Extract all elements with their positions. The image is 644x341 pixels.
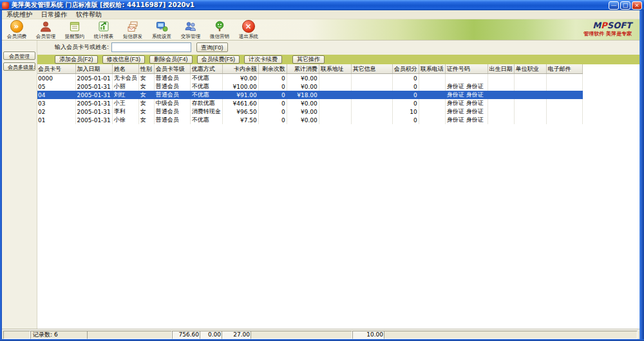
table-cell: 0 — [392, 116, 419, 124]
column-header[interactable]: 出生日期 — [488, 65, 514, 74]
title-bar: 美萍美发管理系统 门店标准版 [授权给: 44116987] 2020v1 — … — [0, 0, 644, 10]
toolbar-item-6[interactable]: 系统设置 — [147, 19, 176, 40]
table-cell: 刘红 — [112, 91, 138, 99]
status-bar: 记录数: 6756.600.0027.0010.00 — [2, 329, 639, 339]
shift-manage-icon — [184, 20, 197, 33]
table-cell: 2005-01-01 — [75, 74, 112, 83]
table-cell: 2005-01-31 — [75, 116, 112, 124]
column-header[interactable]: 累计消费 — [287, 65, 319, 74]
column-header[interactable]: 证件号码 — [445, 65, 488, 74]
close-button[interactable]: × — [632, 1, 642, 10]
search-row: 输入会员卡号或姓名: 查询(F0) — [37, 40, 639, 55]
table-cell: ¥461.60 — [222, 99, 258, 107]
toolbar-item-label: 交班管理 — [180, 33, 200, 39]
toolbar-item-7[interactable]: 交班管理 — [176, 19, 205, 40]
table-cell — [319, 107, 351, 116]
table-cell: 10 — [392, 107, 419, 116]
column-header[interactable]: 卡内余额 — [222, 65, 258, 74]
toolbar-item-3[interactable]: 提醒预约 — [60, 19, 89, 40]
column-header[interactable]: 会员卡等级 — [154, 65, 190, 74]
table-row[interactable]: 022005-01-31李利女普通会员消费转现金¥96.500¥9.0010身份… — [37, 107, 582, 116]
toolbar-item-4[interactable]: 统计报表 — [89, 19, 118, 40]
column-header[interactable]: 联系地址 — [319, 65, 351, 74]
maximize-button[interactable]: □ — [620, 1, 630, 10]
status-panel-blank-8 — [384, 331, 638, 339]
mpsoft-logo: MPSOFT — [583, 21, 632, 30]
toolbar-item-label: 会员消费 — [6, 33, 26, 39]
table-cell: 女 — [138, 91, 154, 99]
action-button-6[interactable]: 其它操作 — [292, 55, 325, 64]
column-header[interactable]: 优惠方式 — [190, 65, 222, 74]
table-cell: 0 — [258, 107, 287, 116]
column-header[interactable]: 单位职业 — [514, 65, 546, 74]
search-label: 输入会员卡号或姓名: — [55, 43, 109, 51]
table-cell — [514, 91, 546, 99]
table-cell — [419, 74, 445, 83]
toolbar-item-label: 会员管理 — [35, 33, 55, 39]
toolbar-item-5[interactable]: 短信群发 — [118, 19, 147, 40]
table-cell — [488, 116, 514, 124]
action-button-2[interactable]: 修改信息(F3) — [102, 55, 146, 64]
sidebar-button-1[interactable]: 会员管理 — [3, 51, 35, 60]
column-header[interactable]: 其它信息 — [351, 65, 392, 74]
action-button-5[interactable]: 计次卡续费 — [244, 55, 282, 64]
column-header[interactable]: 会员积分 — [392, 65, 419, 74]
menu-item-1[interactable]: 系统维护 — [2, 10, 37, 19]
column-header[interactable]: 电子邮件 — [546, 65, 582, 74]
action-bar: 添加会员(F2)修改信息(F3)删除会员(F4)会员续费(F5)计次卡续费其它操… — [37, 55, 639, 64]
toolbar: »会员消费会员管理提醒预约统计报表短信群发系统设置交班管理微信营销×退出系统 M… — [2, 19, 639, 41]
table-cell: 2005-01-31 — [75, 107, 112, 116]
table-row[interactable]: 00002005-01-01无卡会员女普通会员不优惠¥0.000¥0.000 — [37, 74, 582, 83]
column-header[interactable]: 加入日期 — [75, 65, 112, 74]
minimize-button[interactable]: — — [609, 1, 619, 10]
table-cell — [514, 74, 546, 83]
exit-system-icon: × — [242, 20, 255, 33]
table-cell — [351, 91, 392, 99]
table-row[interactable]: 042005-01-31刘红女普通会员不优惠¥91.000¥18.000身份证 … — [37, 91, 582, 99]
table-cell: 普通会员 — [154, 107, 190, 116]
table-cell: 不优惠 — [190, 74, 222, 83]
table-cell — [351, 107, 392, 116]
brand-slogan: 管理软件 美萍是专家 — [583, 30, 632, 37]
table-cell — [351, 74, 392, 83]
column-header[interactable]: 会员卡号 — [37, 65, 75, 74]
table-cell — [488, 107, 514, 116]
toolbar-item-1[interactable]: »会员消费 — [2, 19, 31, 40]
action-button-4[interactable]: 会员续费(F5) — [197, 55, 240, 64]
action-button-1[interactable]: 添加会员(F2) — [55, 55, 98, 64]
table-cell: 无卡会员 — [112, 74, 138, 83]
toolbar-item-9[interactable]: ×退出系统 — [234, 19, 263, 40]
table-cell: 身份证 身份证 — [445, 82, 488, 91]
table-row[interactable]: 032005-01-31小王女中级会员存款优惠¥461.600¥0.000身份证… — [37, 99, 582, 107]
table-cell — [419, 99, 445, 107]
table-cell — [319, 99, 351, 107]
column-header[interactable]: 姓名 — [112, 65, 138, 74]
toolbar-item-8[interactable]: 微信营销 — [205, 19, 234, 40]
table-cell: 04 — [37, 91, 75, 99]
table-cell: 03 — [37, 99, 75, 107]
toolbar-item-label: 微信营销 — [209, 33, 229, 39]
table-cell — [488, 91, 514, 99]
menu-item-2[interactable]: 日常操作 — [37, 10, 71, 19]
status-panel-blank-0 — [3, 331, 30, 339]
query-button[interactable]: 查询(F0) — [196, 42, 228, 52]
table-cell: 05 — [37, 82, 75, 91]
toolbar-item-label: 短信群发 — [122, 33, 142, 39]
column-header[interactable]: 性别 — [138, 65, 154, 74]
table-row[interactable]: 052005-01-31小丽女普通会员不优惠¥100.000¥0.000身份证 … — [37, 82, 582, 91]
menu-item-3[interactable]: 软件帮助 — [71, 10, 106, 19]
toolbar-item-label: 退出系统 — [238, 33, 258, 39]
table-row[interactable]: 012005-01-31小徐女普通会员不优惠¥7.500¥0.000身份证 身份… — [37, 116, 582, 124]
reminder-appointment-icon — [68, 20, 81, 33]
table-cell: ¥0.00 — [287, 82, 319, 91]
toolbar-item-2[interactable]: 会员管理 — [31, 19, 60, 40]
table-cell: 2005-01-31 — [75, 82, 112, 91]
column-header[interactable]: 联系电话 — [419, 65, 445, 74]
action-button-3[interactable]: 删除会员(F4) — [149, 55, 193, 64]
search-input[interactable] — [111, 42, 191, 52]
brand-area: MPSOFT 管理软件 美萍是专家 — [583, 21, 632, 37]
sidebar-button-2[interactable]: 会员多级显示 — [3, 62, 35, 71]
table-cell — [546, 82, 582, 91]
column-header[interactable]: 剩余次数 — [258, 65, 287, 74]
table-cell: ¥18.00 — [287, 91, 319, 99]
